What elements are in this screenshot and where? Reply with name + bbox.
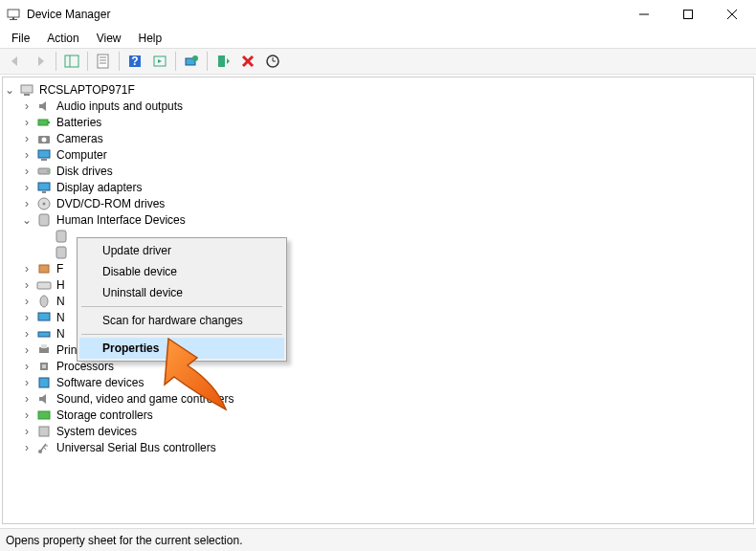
enable-device-button[interactable]	[211, 50, 234, 73]
update-driver-button[interactable]	[180, 50, 203, 73]
ctx-separator	[81, 334, 282, 335]
title-bar: Device Manager	[0, 0, 756, 29]
chevron-right-icon[interactable]: ›	[20, 165, 33, 178]
help-button[interactable]: ?	[123, 50, 146, 73]
chevron-right-icon[interactable]: ›	[20, 116, 33, 129]
svg-rect-42	[38, 313, 50, 320]
tree-item[interactable]: ›Computer	[20, 146, 753, 163]
svg-point-35	[43, 202, 46, 205]
svg-rect-39	[39, 265, 49, 273]
tree-item[interactable]: ›Universal Serial Bus controllers	[20, 439, 753, 455]
ctx-scan-hardware[interactable]: Scan for hardware changes	[79, 310, 284, 331]
monitor-icon	[36, 310, 52, 325]
software-icon	[36, 375, 52, 390]
chevron-right-icon[interactable]: ›	[20, 327, 33, 341]
app-icon	[6, 7, 21, 22]
svg-rect-9	[98, 55, 108, 68]
chevron-right-icon[interactable]: ›	[20, 278, 33, 292]
toolbar-separator	[119, 52, 120, 71]
chevron-right-icon[interactable]: ›	[20, 132, 33, 145]
tree-item[interactable]: ›DVD/CD-ROM drives	[20, 195, 753, 211]
chevron-right-icon[interactable]: ›	[20, 197, 33, 210]
svg-rect-2	[12, 17, 14, 19]
hid-icon	[54, 229, 69, 244]
tree-item[interactable]: ›Storage controllers	[20, 407, 753, 423]
chevron-right-icon[interactable]: ›	[20, 376, 33, 389]
toolbar-separator	[175, 52, 176, 71]
ctx-update-driver[interactable]: Update driver	[79, 240, 284, 261]
minimize-button[interactable]	[622, 0, 666, 29]
display-icon	[36, 180, 52, 195]
chevron-down-icon[interactable]: ⌄	[20, 213, 33, 227]
svg-rect-7	[65, 55, 78, 67]
menu-file[interactable]: File	[4, 30, 37, 47]
keyboard-icon	[36, 277, 52, 293]
chevron-right-icon[interactable]: ›	[20, 295, 33, 308]
network-icon	[36, 326, 52, 342]
svg-rect-29	[41, 159, 47, 161]
svg-rect-1	[10, 19, 17, 20]
cpu-icon	[36, 359, 52, 374]
menu-help[interactable]: Help	[131, 30, 170, 47]
chevron-right-icon[interactable]: ›	[20, 343, 33, 357]
svg-rect-36	[39, 214, 49, 226]
chevron-right-icon[interactable]: ›	[20, 181, 33, 194]
svg-rect-22	[21, 85, 33, 93]
tree-item[interactable]: ›Batteries	[20, 114, 753, 130]
computer-icon	[19, 82, 34, 98]
storage-icon	[36, 408, 52, 423]
chevron-right-icon[interactable]: ›	[20, 262, 33, 276]
context-menu: Update driver Disable device Uninstall d…	[77, 237, 287, 362]
tree-item[interactable]: ›Audio inputs and outputs	[20, 98, 753, 114]
svg-rect-23	[24, 94, 30, 96]
tree-item[interactable]: ›Software devices	[20, 374, 753, 390]
ctx-properties[interactable]: Properties	[79, 338, 284, 359]
tree-item[interactable]: ›Cameras	[20, 130, 753, 146]
tree-root[interactable]: ⌄ RCSLAPTOP971F	[3, 81, 753, 98]
show-hide-tree-button[interactable]	[60, 50, 83, 73]
chevron-right-icon[interactable]: ›	[20, 148, 33, 162]
svg-rect-33	[42, 191, 46, 193]
toolbar-separator	[207, 52, 208, 71]
menu-view[interactable]: View	[89, 30, 129, 47]
chevron-down-icon[interactable]: ⌄	[3, 83, 16, 97]
tree-item[interactable]: ›System devices	[20, 423, 753, 439]
menu-action[interactable]: Action	[39, 30, 86, 47]
computer-icon	[36, 147, 52, 163]
svg-rect-38	[56, 247, 66, 258]
maximize-button[interactable]	[666, 0, 710, 29]
chevron-right-icon[interactable]: ›	[20, 360, 33, 373]
uninstall-device-button[interactable]	[236, 50, 259, 73]
device-icon	[36, 261, 52, 276]
svg-rect-24	[38, 120, 48, 125]
ctx-disable-device[interactable]: Disable device	[79, 261, 284, 282]
forward-button[interactable]	[29, 50, 52, 73]
status-bar: Opens property sheet for the current sel…	[0, 528, 756, 551]
properties-button[interactable]	[92, 50, 115, 73]
chevron-right-icon[interactable]: ›	[20, 408, 33, 422]
svg-rect-18	[218, 55, 225, 67]
tree-item[interactable]: ›Display adapters	[20, 179, 753, 195]
back-button[interactable]	[4, 50, 27, 73]
close-button[interactable]	[710, 0, 754, 29]
svg-rect-50	[39, 427, 49, 436]
scan-hardware-button[interactable]	[261, 50, 284, 73]
svg-rect-43	[38, 332, 50, 337]
ctx-separator	[81, 306, 282, 307]
audio-icon	[36, 99, 52, 114]
chevron-right-icon[interactable]: ›	[20, 311, 33, 324]
chevron-right-icon[interactable]: ›	[20, 99, 33, 113]
system-icon	[36, 424, 52, 439]
ctx-uninstall-device[interactable]: Uninstall device	[79, 282, 284, 303]
hid-icon	[54, 245, 69, 260]
chevron-right-icon[interactable]: ›	[20, 425, 33, 438]
tree-item[interactable]: ›Sound, video and game controllers	[20, 390, 753, 407]
tree-item-expanded[interactable]: ⌄Human Interface Devices	[20, 211, 753, 228]
menu-bar: File Action View Help	[0, 29, 756, 48]
chevron-right-icon[interactable]: ›	[20, 392, 33, 406]
action-button[interactable]	[148, 50, 171, 73]
svg-rect-32	[38, 183, 50, 190]
tree-item[interactable]: ›Disk drives	[20, 163, 753, 179]
chevron-right-icon[interactable]: ›	[20, 441, 33, 454]
camera-icon	[36, 131, 52, 146]
